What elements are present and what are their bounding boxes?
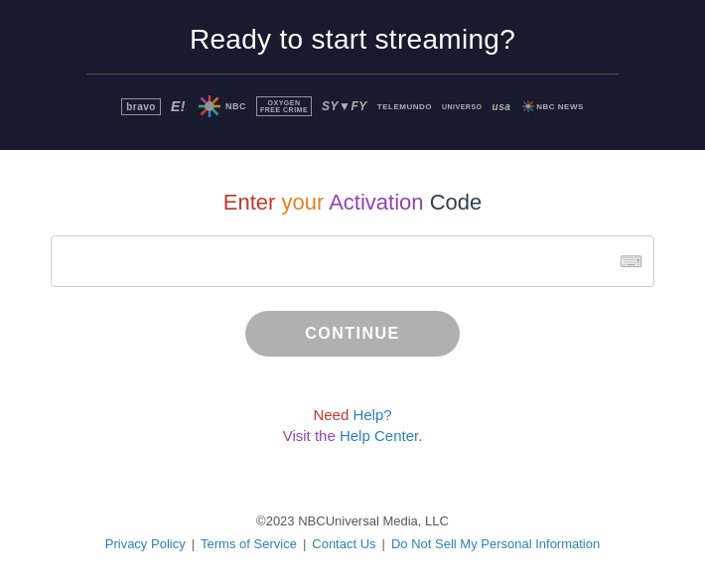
footer-sep-3: | [382, 536, 385, 551]
footer-links-container: Privacy Policy | Terms of Service | Cont… [20, 536, 685, 551]
main-content: Enter your Activation Code ⌨ CONTINUE Ne… [0, 150, 705, 504]
title-enter: Enter [223, 190, 276, 215]
nbcnews-logo: NBC NEWS [520, 98, 584, 114]
usa-logo: usa [493, 101, 511, 112]
nbc-logo: NBC [196, 92, 246, 120]
svg-line-14 [524, 101, 527, 104]
help-section: Need Help? Visit the Help Center. [283, 406, 423, 444]
nbcnews-peacock-icon [520, 98, 536, 114]
e-logo: E! [171, 98, 186, 114]
terms-of-service-link[interactable]: Terms of Service [201, 536, 297, 551]
syfy-logo: SY▼FY [322, 99, 367, 113]
page-header: Ready to start streaming? bravo E! NBC O… [0, 0, 705, 150]
telemundo-logo: TELEMUNDO [377, 102, 432, 111]
do-not-sell-link[interactable]: Do Not Sell My Personal Information [391, 536, 600, 551]
activation-code-container: ⌨ [51, 235, 654, 287]
universo-logo: UNIVERSO [442, 103, 483, 110]
oxygen-logo: OXYGENFREE CRIME [256, 96, 312, 116]
bravo-logo: bravo [121, 98, 161, 115]
keyboard-icon: ⌨ [620, 252, 642, 271]
need-help-text: Need Help? [283, 406, 423, 423]
footer-sep-2: | [303, 536, 306, 551]
continue-button[interactable]: CONTINUE [245, 311, 460, 357]
help-center-link[interactable]: Help Center. [340, 427, 422, 444]
page-footer: ©2023 NBCUniversal Media, LLC Privacy Po… [0, 504, 705, 571]
nbc-icon [196, 92, 223, 120]
privacy-policy-link[interactable]: Privacy Policy [105, 536, 186, 551]
svg-line-17 [524, 108, 527, 111]
svg-line-7 [212, 98, 217, 103]
network-logos-container: bravo E! NBC OXYGENFREE CRIME SY▼FY TELE… [20, 92, 685, 120]
activation-heading: Enter your Activation Code [223, 190, 483, 216]
copyright-text: ©2023 NBCUniversal Media, LLC [20, 514, 685, 528]
visit-help-text: Visit the Help Center. [283, 427, 423, 444]
activation-code-input[interactable] [51, 235, 654, 287]
header-divider [86, 74, 619, 74]
title-activation: Activation [329, 190, 423, 215]
svg-point-9 [526, 104, 531, 109]
svg-line-8 [201, 110, 206, 115]
need-label: Need [313, 406, 349, 423]
svg-line-16 [530, 101, 533, 104]
svg-line-5 [201, 98, 206, 103]
contact-us-link[interactable]: Contact Us [312, 536, 375, 551]
help-label: Help? [352, 406, 391, 423]
page-title: Ready to start streaming? [20, 24, 685, 56]
svg-line-15 [530, 108, 533, 111]
footer-sep-1: | [192, 536, 195, 551]
title-code: Code [430, 190, 483, 215]
visit-label: Visit the [283, 427, 336, 444]
svg-line-6 [212, 110, 217, 115]
title-your: your [281, 190, 324, 215]
